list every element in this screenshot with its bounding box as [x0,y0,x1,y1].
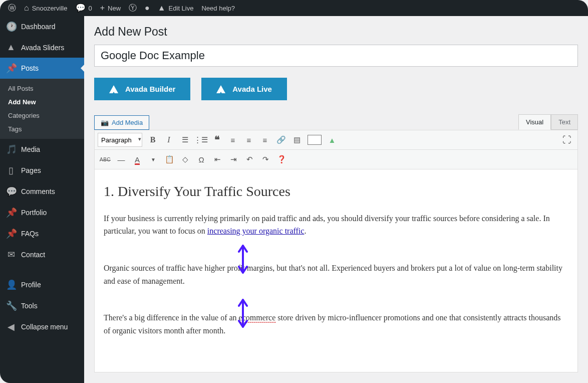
new-content-link[interactable]: +New [96,0,125,16]
link-button[interactable]: 🔗 [273,132,288,147]
color-button[interactable] [308,135,322,145]
main-content: Add New Post Avada Builder Avada Live 📷A… [84,16,588,383]
media-icon: 🎵 [6,144,16,155]
content-p1: If your business is currently relying pr… [104,212,568,238]
format-select[interactable]: Paragraph [98,133,142,147]
read-more-button[interactable]: ▤ [289,132,305,147]
menu-posts[interactable]: 📌Posts [0,58,84,79]
menu-profile[interactable]: 👤Profile [0,274,84,295]
pin-icon: 📌 [6,63,16,74]
bold-button[interactable]: B [145,132,160,147]
submenu-categories[interactable]: Categories [0,109,84,122]
redo-button[interactable]: ↷ [258,152,273,167]
avada-builder-button[interactable]: Avada Builder [94,78,190,100]
builder-buttons: Avada Builder Avada Live [94,78,578,100]
collapse-icon: ◀ [6,321,16,332]
tab-text[interactable]: Text [551,114,578,130]
menu-portfolio[interactable]: 📌Portfolio [0,202,84,223]
italic-button[interactable]: I [161,132,176,147]
pages-icon: ▯ [6,165,16,176]
admin-sidebar: 🕐Dashboard ▲Avada Sliders 📌Posts All Pos… [0,16,84,383]
outdent-button[interactable]: ⇤ [210,152,225,167]
portfolio-icon: 📌 [6,207,16,218]
wp-logo[interactable]: ⓦ [4,0,20,16]
menu-contact[interactable]: ✉Contact [0,244,84,265]
wrench-icon: 🔧 [6,300,16,311]
align-left-button[interactable]: ≡ [225,132,240,147]
editor-toolbar-row2: ABC — A ▼ 📋 ◇ Ω ⇤ ⇥ ↶ ↷ ❓ [95,150,577,169]
menu-pages[interactable]: ▯Pages [0,160,84,181]
submenu-add-new[interactable]: Add New [0,95,84,109]
avada-logo-icon [216,85,225,93]
text-color-button[interactable]: A [130,152,145,167]
blockquote-button[interactable]: ❝ [209,132,224,147]
comments-link[interactable]: 💬0 [72,0,96,16]
menu-collapse[interactable]: ◀Collapse menu [0,316,84,337]
align-right-button[interactable]: ≡ [257,132,272,147]
content-p3: There's a big difference in the value of… [104,311,568,337]
content-p2: Organic sources of traffic have higher p… [104,262,568,287]
posts-submenu: All Posts Add New Categories Tags [0,79,84,139]
avada-icon: ▲ [6,42,16,53]
post-title-input[interactable] [94,45,578,67]
fullscreen-button[interactable]: ⛶ [559,132,574,147]
editor-toolbar-row1: Paragraph B I ☰ ⋮☰ ❝ ≡ ≡ ≡ 🔗 ▤ ▲ ⛶ [95,130,577,150]
need-help-link[interactable]: Need help? [197,0,239,16]
avada-shortcode-button[interactable]: ▲ [325,132,340,147]
avada-icon: ▲ [158,4,166,12]
new-label: New [108,5,121,12]
tab-visual[interactable]: Visual [518,114,551,130]
menu-tools[interactable]: 🔧Tools [0,295,84,316]
submenu-tags[interactable]: Tags [0,122,84,136]
special-char-button[interactable]: Ω [194,152,209,167]
site-name: Snoozerville [32,5,68,12]
need-help-label: Need help? [201,5,235,12]
align-center-button[interactable]: ≡ [241,132,256,147]
wordpress-icon: ⓦ [8,4,16,12]
comment-icon: 💬 [76,4,86,12]
menu-dashboard[interactable]: 🕐Dashboard [0,16,84,37]
page-title: Add New Post [94,25,578,39]
editor-tabs: Visual Text [518,114,578,130]
edit-live-link[interactable]: ▲Edit Live [154,0,198,16]
plus-icon: + [100,4,105,12]
comment-count: 0 [89,5,92,12]
status-dot[interactable]: ● [141,0,154,16]
home-icon: ⌂ [24,4,29,12]
organic-traffic-link[interactable]: increasing your organic traffic [207,227,305,235]
text-color-drop-button[interactable]: ▼ [146,152,161,167]
undo-button[interactable]: ↶ [242,152,257,167]
menu-avada-sliders[interactable]: ▲Avada Sliders [0,37,84,58]
faqs-icon: 📌 [6,228,16,239]
paste-text-button[interactable]: 📋 [162,152,177,167]
bullet-list-button[interactable]: ☰ [177,132,192,147]
camera-icon: 📷 [101,119,109,126]
dashboard-icon: 🕐 [6,21,16,32]
yoast-icon: Ⓨ [129,4,137,12]
editor-box: Paragraph B I ☰ ⋮☰ ❝ ≡ ≡ ≡ 🔗 ▤ ▲ ⛶ ABC —… [94,130,578,372]
indent-button[interactable]: ⇥ [226,152,241,167]
comments-icon: 💬 [6,186,16,197]
help-button[interactable]: ❓ [274,152,289,167]
clear-format-button[interactable]: ◇ [178,152,193,167]
add-media-button[interactable]: 📷Add Media [94,115,149,130]
user-icon: 👤 [6,279,16,290]
admin-bar: ⓦ ⌂Snoozerville 💬0 +New Ⓨ ● ▲Edit Live N… [0,0,588,16]
strikethrough-button[interactable]: ABC [98,152,113,167]
menu-comments[interactable]: 💬Comments [0,181,84,202]
hr-button[interactable]: — [114,152,129,167]
avada-logo-icon [109,85,118,93]
site-home-link[interactable]: ⌂Snoozerville [20,0,72,16]
content-heading: 1. Diversify Your Traffic Sources [104,180,568,203]
dot-icon: ● [145,4,150,12]
menu-faqs[interactable]: 📌FAQs [0,223,84,244]
menu-media[interactable]: 🎵Media [0,139,84,160]
editor-content[interactable]: 1. Diversify Your Traffic Sources If you… [95,169,577,372]
spellcheck-underline: ecommerce [239,313,276,323]
edit-live-label: Edit Live [169,5,194,12]
yoast-link[interactable]: Ⓨ [125,0,141,16]
mail-icon: ✉ [6,249,16,260]
avada-live-button[interactable]: Avada Live [201,78,287,100]
numbered-list-button[interactable]: ⋮☰ [193,132,208,147]
submenu-all-posts[interactable]: All Posts [0,82,84,95]
